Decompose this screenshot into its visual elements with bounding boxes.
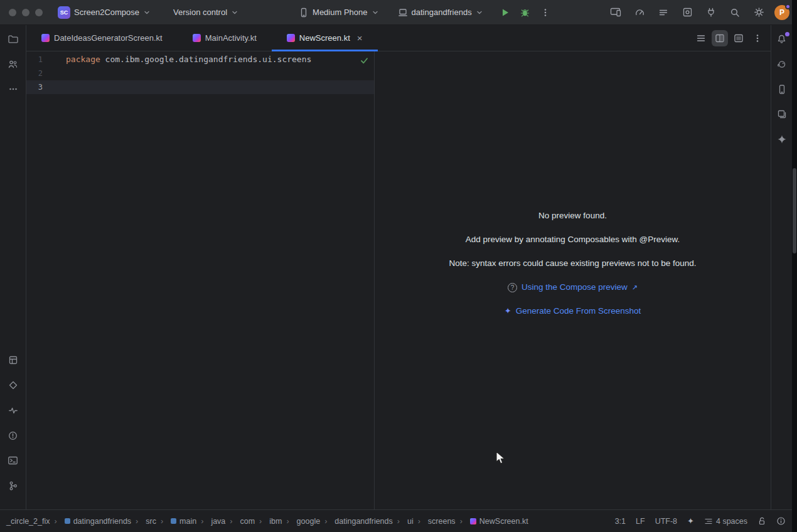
folder-icon <box>8 34 19 45</box>
project-tool-button[interactable] <box>4 30 22 48</box>
terminal-icon <box>8 455 18 466</box>
gradle-button[interactable] <box>773 55 791 73</box>
close-tab-icon[interactable]: × <box>357 33 363 43</box>
heartbeat-icon <box>8 405 18 415</box>
user-avatar[interactable]: P <box>774 5 789 20</box>
line-separator-widget[interactable]: LF <box>636 517 645 526</box>
window-controls <box>0 9 43 16</box>
terminal-button[interactable] <box>4 452 22 469</box>
code-editor[interactable]: 1 package com.ibm.google.datingandfriend… <box>26 51 374 509</box>
tab-mainactivity[interactable]: MainActivity.kt <box>178 25 272 51</box>
statusbar-widgets: 3:1 LF UTF-8 ✦ 4 spaces <box>615 516 786 526</box>
profiler-button[interactable] <box>631 4 648 21</box>
code-line-current[interactable]: 3 <box>26 80 374 94</box>
ai-status-icon[interactable]: ✦ <box>687 516 694 526</box>
breadcrumb-item[interactable]: com <box>225 517 255 526</box>
scrollbar-thumb[interactable] <box>793 168 796 253</box>
compose-preview-help-link[interactable]: Using the Compose preview <box>522 282 628 292</box>
device-explorer-button[interactable] <box>773 105 791 123</box>
chevron-down-icon <box>231 9 238 16</box>
project-widget[interactable]: SC Screen2Compose <box>58 6 151 19</box>
indent-widget[interactable]: 4 spaces <box>704 517 747 526</box>
breadcrumb-item[interactable]: java <box>196 517 225 526</box>
close-window-button[interactable] <box>9 9 16 16</box>
profiler-gauge-icon <box>634 7 645 18</box>
avatar-initial: P <box>779 8 784 17</box>
minimize-window-button[interactable] <box>22 9 29 16</box>
code-mode-button[interactable] <box>693 30 709 46</box>
plug-icon <box>706 7 716 18</box>
zoom-window-button[interactable] <box>35 9 43 16</box>
external-link-icon: ↗ <box>632 282 638 292</box>
settings-button[interactable] <box>751 4 767 21</box>
breadcrumb-item[interactable]: google <box>282 517 320 526</box>
breadcrumb-item[interactable]: NewScreen.kt <box>456 517 528 526</box>
gemini-button[interactable] <box>773 130 791 148</box>
inspection-ok-icon[interactable] <box>360 56 369 65</box>
running-devices-button[interactable] <box>607 4 624 21</box>
info-widget[interactable] <box>776 516 786 526</box>
kebab-menu-icon <box>752 33 762 43</box>
run-configuration-label: datingandfriends <box>412 8 472 17</box>
module-icon <box>398 8 408 18</box>
gemini-sparkle-icon <box>777 134 787 144</box>
breadcrumb-item[interactable]: screens <box>414 517 456 526</box>
breadcrumb-item[interactable]: ibm <box>255 517 282 526</box>
gradle-icon <box>776 59 787 70</box>
breadcrumb-item[interactable]: main <box>156 517 196 526</box>
device-selector[interactable]: Medium Phone <box>299 8 378 18</box>
breadcrumb-item[interactable]: _circle_2_fix <box>6 517 50 526</box>
more-tool-windows-button[interactable] <box>4 80 22 98</box>
notification-dot <box>785 32 789 36</box>
code-line[interactable]: 2 <box>26 66 374 80</box>
run-button[interactable] <box>497 4 513 21</box>
resource-manager-tool-button[interactable] <box>4 55 22 73</box>
cursor-position-widget[interactable]: 3:1 <box>615 517 626 526</box>
search-icon <box>730 8 740 18</box>
breadcrumb-item[interactable]: ui <box>393 517 414 526</box>
device-manager-button[interactable] <box>773 80 791 98</box>
run-configuration-selector[interactable]: datingandfriends <box>398 8 483 18</box>
assets-button[interactable] <box>4 376 22 394</box>
module-icon <box>65 518 70 524</box>
preview-message-hint: Add preview by annotating Composables wi… <box>375 235 771 245</box>
diamond-icon <box>8 380 18 390</box>
indent-label: 4 spaces <box>716 517 747 526</box>
version-control-widget[interactable]: Version control <box>173 8 238 17</box>
window-edge-scrollbar[interactable] <box>792 0 797 532</box>
more-run-options-button[interactable] <box>537 4 554 21</box>
tab-dateideasgeneratorscreen[interactable]: DateIdeasGeneratorScreen.kt <box>26 25 178 51</box>
layout-inspector-button[interactable] <box>679 4 695 21</box>
generate-code-link[interactable]: Generate Code From Screenshot <box>516 306 641 316</box>
ai-sparkle-icon: ✦ <box>505 306 511 316</box>
notifications-button[interactable] <box>773 30 791 48</box>
ui-tools-button[interactable] <box>4 351 22 369</box>
line-number: 3 <box>26 80 62 94</box>
breadcrumb-label: google <box>297 517 321 526</box>
problems-button[interactable] <box>4 427 22 444</box>
search-everywhere-button[interactable] <box>727 4 743 21</box>
app-insights-button[interactable] <box>4 402 22 419</box>
left-tool-strip <box>0 25 26 509</box>
debug-button[interactable] <box>517 4 533 21</box>
plugins-button[interactable] <box>703 4 719 21</box>
version-control-tool-button[interactable] <box>4 477 22 494</box>
editor-options-button[interactable] <box>749 30 766 46</box>
breadcrumb-item[interactable]: datingandfriends <box>50 517 131 526</box>
file-lock-widget[interactable] <box>757 516 766 526</box>
tab-newscreen[interactable]: NewScreen.kt × <box>272 25 378 51</box>
code-line[interactable]: 1 package com.ibm.google.datingandfriend… <box>26 53 374 66</box>
split-mode-button[interactable] <box>712 30 728 46</box>
people-icon <box>8 59 18 70</box>
git-branch-icon <box>8 481 18 491</box>
project-logo: SC <box>58 6 70 19</box>
build-menu-button[interactable] <box>655 4 671 21</box>
design-mode-button[interactable] <box>730 30 747 46</box>
chevron-down-icon <box>476 9 483 16</box>
breadcrumb-label: ibm <box>269 517 282 526</box>
encoding-widget[interactable]: UTF-8 <box>655 517 677 526</box>
breadcrumb-item[interactable]: datingandfriends <box>320 517 393 526</box>
device-mirror-icon <box>610 7 621 18</box>
breadcrumb-item[interactable]: src <box>131 517 156 526</box>
kotlin-file-icon <box>193 34 201 42</box>
